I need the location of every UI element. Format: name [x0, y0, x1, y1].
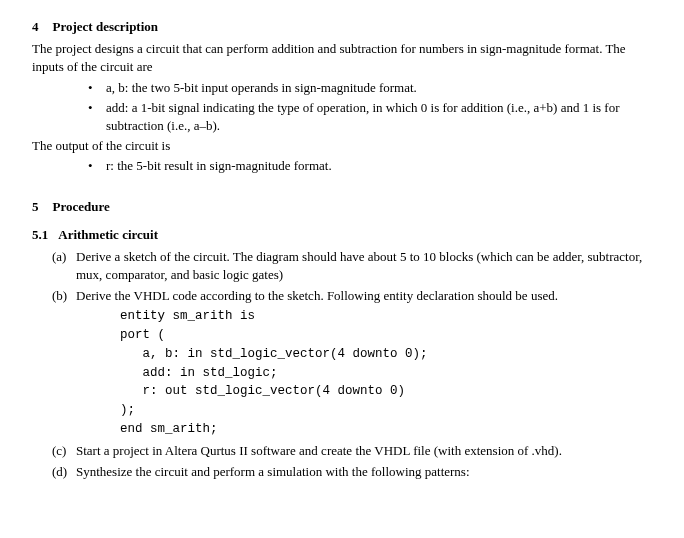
section-5-1-heading: 5.1Arithmetic circuit [32, 226, 652, 244]
procedure-item-b: (b) Derive the VHDL code according to th… [52, 287, 652, 438]
item-marker-d: (d) [52, 463, 67, 481]
section-4-intro-2: The output of the circuit is [32, 137, 652, 155]
procedure-item-c: (c) Start a project in Altera Qurtus II … [52, 442, 652, 460]
output-item-r: r: the 5-bit result in sign-magnitude fo… [88, 157, 652, 175]
section-4-title: Project description [53, 19, 159, 34]
procedure-item-a: (a) Derive a sketch of the circuit. The … [52, 248, 652, 284]
item-text-d: Synthesize the circuit and perform a sim… [76, 464, 470, 479]
section-5-1-number: 5.1 [32, 226, 48, 244]
procedure-list: (a) Derive a sketch of the circuit. The … [32, 248, 652, 481]
item-marker-b: (b) [52, 287, 67, 305]
vhdl-code-block: entity sm_arith is port ( a, b: in std_l… [76, 307, 652, 438]
section-5-heading: 5Procedure [32, 198, 652, 216]
item-text-b: Derive the VHDL code according to the sk… [76, 288, 558, 303]
section-4-heading: 4Project description [32, 18, 652, 36]
item-text-c: Start a project in Altera Qurtus II soft… [76, 443, 562, 458]
section-5-1-title: Arithmetic circuit [58, 227, 158, 242]
inputs-list: a, b: the two 5-bit input operands in si… [32, 79, 652, 136]
section-5-title: Procedure [53, 199, 110, 214]
section-4-number: 4 [32, 18, 39, 36]
section-5-number: 5 [32, 198, 39, 216]
item-text-a: Derive a sketch of the circuit. The diag… [76, 249, 642, 282]
item-marker-c: (c) [52, 442, 66, 460]
outputs-list: r: the 5-bit result in sign-magnitude fo… [32, 157, 652, 175]
procedure-item-d: (d) Synthesize the circuit and perform a… [52, 463, 652, 481]
item-marker-a: (a) [52, 248, 66, 266]
input-item-a-b: a, b: the two 5-bit input operands in si… [88, 79, 652, 98]
input-item-add: add: a 1-bit signal indicating the type … [88, 99, 652, 135]
section-4-intro-1: The project designs a circuit that can p… [32, 40, 652, 76]
